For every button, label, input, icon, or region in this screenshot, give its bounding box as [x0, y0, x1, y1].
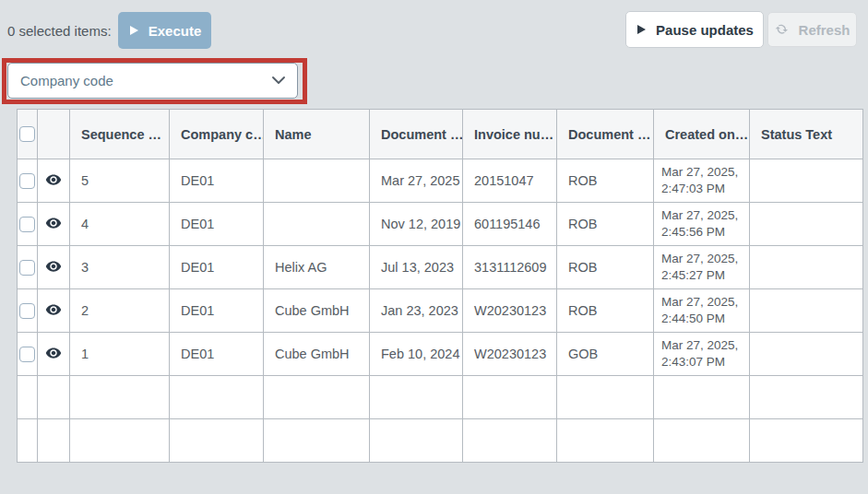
header-view-cell	[38, 110, 70, 159]
refresh-button-label: Refresh	[799, 22, 850, 38]
cell-company-code: DE01	[170, 333, 264, 376]
cell-status-text	[750, 289, 863, 333]
created-date: Mar 27, 2025,	[661, 251, 749, 267]
play-icon	[636, 24, 647, 35]
empty-table-row	[18, 376, 863, 419]
execute-button-label: Execute	[149, 23, 202, 39]
cell-document-type: ROB	[557, 159, 654, 203]
empty-cell	[170, 376, 264, 419]
cell-created-on: Mar 27, 2025,2:44:50 PM	[654, 289, 750, 333]
row-select-cell	[18, 203, 38, 246]
cell-invoice-number: 601195146	[463, 203, 557, 246]
empty-cell	[750, 376, 863, 419]
cell-name	[264, 159, 370, 203]
eye-icon[interactable]	[45, 301, 62, 318]
row-checkbox[interactable]	[19, 173, 35, 189]
selected-items-label: 0 selected items:	[7, 23, 112, 39]
created-time: 2:47:03 PM	[661, 181, 749, 197]
row-view-cell	[38, 289, 70, 333]
empty-cell	[370, 419, 463, 463]
cell-company-code: DE01	[170, 289, 264, 333]
created-date: Mar 27, 2025,	[661, 337, 749, 354]
eye-icon[interactable]	[45, 345, 62, 361]
empty-cell	[18, 419, 38, 463]
cell-document-type: GOB	[557, 333, 654, 376]
empty-cell	[70, 419, 170, 463]
execute-button[interactable]: Execute	[118, 12, 211, 49]
empty-cell	[18, 376, 38, 419]
eye-icon[interactable]	[45, 171, 62, 188]
row-checkbox[interactable]	[19, 347, 35, 362]
cell-document-type: ROB	[557, 289, 654, 333]
company-code-select[interactable]: Company code	[7, 63, 298, 99]
row-view-cell	[38, 333, 70, 376]
refresh-button[interactable]: Refresh	[767, 12, 857, 47]
empty-cell	[38, 419, 70, 463]
empty-cell	[463, 376, 557, 419]
cell-name: Cube GmbH	[264, 333, 370, 376]
table-row: 1 DE01 Cube GmbH Feb 10, 2024 W20230123 …	[18, 333, 863, 376]
cell-sequence: 4	[70, 203, 170, 246]
header-sequence[interactable]: Sequence …	[70, 110, 170, 159]
cell-document-date: Mar 27, 2025	[370, 159, 463, 203]
empty-cell	[70, 376, 170, 419]
header-name[interactable]: Name	[264, 110, 370, 159]
empty-cell	[654, 376, 750, 419]
cell-document-date: Feb 10, 2024	[370, 333, 463, 376]
header-document-date[interactable]: Document …	[370, 110, 463, 159]
cell-created-on: Mar 27, 2025,2:45:56 PM	[654, 203, 750, 246]
created-time: 2:44:50 PM	[661, 311, 749, 327]
table-row: 2 DE01 Cube GmbH Jan 23, 2023 W20230123 …	[18, 289, 863, 333]
cell-company-code: DE01	[170, 203, 264, 246]
row-select-cell	[18, 289, 38, 333]
empty-table-row	[18, 419, 863, 463]
cell-invoice-number: 20151047	[463, 159, 557, 203]
row-select-cell	[18, 159, 38, 203]
cell-name: Cube GmbH	[264, 289, 370, 333]
empty-cell	[264, 419, 370, 463]
table-row: 4 DE01 Nov 12, 2019 601195146 ROB Mar 27…	[18, 203, 863, 246]
cell-status-text	[750, 203, 863, 246]
eye-icon[interactable]	[45, 258, 62, 275]
cell-invoice-number: W20230123	[463, 289, 557, 333]
created-date: Mar 27, 2025,	[661, 294, 749, 311]
empty-cell	[170, 419, 264, 463]
pause-updates-button[interactable]: Pause updates	[625, 11, 764, 48]
row-select-cell	[18, 246, 38, 289]
cell-company-code: DE01	[170, 159, 264, 203]
cell-status-text	[750, 246, 863, 289]
row-view-cell	[38, 159, 70, 203]
eye-icon[interactable]	[45, 215, 62, 231]
cell-name: Helix AG	[264, 246, 370, 289]
row-view-cell	[38, 246, 70, 289]
empty-cell	[264, 376, 370, 419]
cell-created-on: Mar 27, 2025,2:47:03 PM	[654, 159, 750, 203]
row-checkbox[interactable]	[19, 303, 35, 319]
cell-invoice-number: 3131112609	[463, 246, 557, 289]
chevron-down-icon	[272, 76, 285, 85]
empty-cell	[463, 419, 557, 463]
refresh-icon	[775, 22, 790, 37]
cell-created-on: Mar 27, 2025,2:43:07 PM	[654, 333, 750, 376]
header-created-on[interactable]: Created on…	[654, 110, 750, 159]
empty-cell	[557, 376, 654, 419]
table-row: 5 DE01 Mar 27, 2025 20151047 ROB Mar 27,…	[18, 159, 863, 203]
header-select-all-cell	[18, 110, 38, 159]
select-all-checkbox[interactable]	[19, 126, 35, 142]
created-time: 2:43:07 PM	[661, 354, 749, 370]
cell-document-type: ROB	[557, 246, 654, 289]
app-window: 0 selected items: Execute Pause updates …	[0, 0, 868, 494]
header-status-text[interactable]: Status Text	[750, 110, 863, 159]
header-company-code[interactable]: Company c…	[170, 110, 264, 159]
cell-sequence: 5	[70, 159, 170, 203]
row-checkbox[interactable]	[19, 217, 35, 232]
created-time: 2:45:56 PM	[661, 224, 749, 241]
header-document-type[interactable]: Document …	[557, 110, 654, 159]
empty-cell	[38, 376, 70, 419]
header-invoice-number[interactable]: Invoice nu…	[463, 110, 557, 159]
cell-sequence: 3	[70, 246, 170, 289]
created-date: Mar 27, 2025,	[661, 164, 749, 181]
cell-sequence: 1	[70, 333, 170, 376]
results-table: Sequence … Company c… Name Document … In…	[17, 109, 863, 463]
row-checkbox[interactable]	[19, 260, 35, 276]
